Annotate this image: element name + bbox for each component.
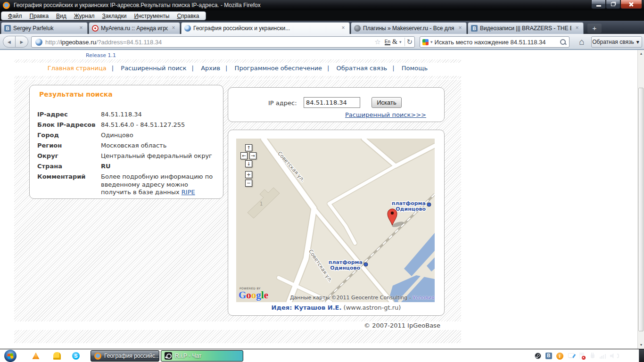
tab-close-icon[interactable] (457, 25, 463, 32)
taskbar: S География российс... R.i.P - Чат RU В … (0, 349, 644, 362)
menu-bar: Файл Правка Вид Журнал Закладки Инструме… (0, 10, 644, 21)
restore-icon (611, 2, 615, 6)
hatch-band (14, 330, 461, 343)
menu-view[interactable]: Вид (52, 13, 70, 19)
idea-credit: Идея: Куташов И.Е. (www.astron-gt.ru) (228, 304, 444, 311)
magnifier-icon[interactable] (560, 39, 567, 46)
tab-vk-profile[interactable]: В Sergey Parfeluk (1, 22, 88, 34)
nav-software-link[interactable]: Программное обеспечение (235, 65, 335, 72)
steam-tray-icon[interactable] (535, 353, 541, 359)
rip-icon[interactable] (53, 352, 61, 360)
taskbar-firefox-button[interactable]: География российс... (91, 350, 159, 362)
signal-bars-icon[interactable] (600, 353, 606, 359)
new-tab-button[interactable] (587, 24, 602, 33)
scroll-up-icon[interactable] (638, 50, 644, 58)
menu-help[interactable]: Справка (173, 13, 203, 19)
terms-link[interactable]: Условия испо. (413, 295, 435, 301)
skype-icon[interactable]: S (72, 352, 80, 360)
hatch-band (14, 76, 461, 79)
language-indicator[interactable]: RU (522, 353, 530, 359)
taskbar-steam-chat-button[interactable]: R.i.P - Чат (161, 350, 243, 362)
forward-button[interactable] (16, 36, 28, 48)
reload-icon[interactable] (406, 38, 413, 46)
info-tray-icon[interactable]: i (556, 353, 563, 360)
makeserver-icon (354, 25, 361, 32)
station-dot (427, 203, 431, 206)
search-button[interactable]: Искать (372, 97, 402, 108)
map-zoom-in-button[interactable] (245, 171, 252, 178)
nav-archive-link[interactable]: Архив (201, 65, 232, 72)
advanced-search-link[interactable]: Расширенный поиск>>> (345, 111, 426, 118)
keyboard-layout-badge[interactable]: En (385, 39, 390, 45)
url-text: http://ipgeobase.ru/?address=84.51.118.3… (45, 39, 374, 46)
minimize-button[interactable] (591, 0, 606, 9)
menu-file[interactable]: Файл (4, 13, 26, 19)
search-results-panel: Результаты поиска IP-адрес 84.51.118.34 … (29, 85, 223, 199)
url-bar[interactable]: http://ipgeobase.ru/?address=84.51.118.3… (31, 36, 415, 48)
clock[interactable]: 23:31 (623, 353, 637, 359)
restore-button[interactable] (606, 0, 620, 9)
window-titlebar: География российских и украинских IP-адр… (0, 0, 644, 10)
network-tray-icon[interactable] (568, 353, 575, 359)
close-button[interactable] (620, 0, 642, 9)
menu-history[interactable]: Журнал (70, 13, 99, 19)
power-plug-icon[interactable] (590, 353, 595, 360)
feedback-toolbar-button[interactable]: Обратная связь (591, 36, 642, 48)
page-content: Release 1.1 Главная страница Расширенный… (0, 50, 637, 349)
scrollbar-thumb[interactable] (638, 88, 644, 331)
ip-search-panel: IP адрес: Искать Расширенный поиск>>> (228, 87, 445, 122)
google-map[interactable]: 1 Советская ул. Советская ул. платформа … (236, 139, 435, 302)
nav-home-link[interactable]: Главная страница (48, 65, 119, 72)
tab-close-icon[interactable] (340, 25, 347, 32)
search-engine-chevron-icon[interactable] (430, 40, 433, 44)
alert-badge (582, 356, 586, 360)
back-button[interactable] (3, 36, 16, 48)
scroll-down-icon[interactable] (638, 341, 644, 349)
start-button[interactable] (4, 350, 17, 362)
action-center-flag-icon[interactable] (579, 353, 586, 360)
search-box[interactable] (420, 36, 570, 48)
bookmark-star-icon[interactable] (374, 38, 380, 46)
ripe-link[interactable]: RIPE (182, 189, 195, 196)
system-tray: RU В i 23:31 (522, 349, 637, 362)
window-title: География российских и украинских IP-адр… (14, 2, 261, 8)
avast-icon[interactable] (32, 352, 40, 360)
vk-tray-icon[interactable]: В (545, 353, 552, 359)
map-pan-left-button[interactable] (240, 152, 248, 159)
navigation-toolbar: http://ipgeobase.ru/?address=84.51.118.3… (0, 34, 644, 50)
nav-feedback-link[interactable]: Обратная связь (337, 65, 400, 72)
menu-edit[interactable]: Правка (26, 13, 53, 19)
map-pan-up-button[interactable] (245, 144, 252, 151)
tab-close-icon[interactable] (78, 25, 84, 32)
tab-ipgeobase-active[interactable]: География российских и украински... (181, 22, 350, 34)
tab-close-icon[interactable] (170, 25, 177, 32)
map-zoom-out-button[interactable] (245, 180, 252, 187)
tab-makeserver[interactable]: Плагины » Makeserver.ru - Все для В... (351, 22, 467, 34)
volume-icon[interactable] (610, 353, 616, 359)
minimize-icon (596, 5, 601, 7)
map-pan-right-button[interactable] (249, 152, 256, 159)
chevron-down-icon[interactable] (399, 40, 402, 44)
tab-close-icon[interactable] (574, 25, 580, 32)
tab-myarena[interactable]: MyArena.ru :: Аренда игровых серве... (89, 22, 180, 34)
home-button[interactable] (575, 36, 588, 48)
punto-switcher-icon[interactable]: & (392, 38, 397, 46)
windows-logo-icon (7, 353, 13, 359)
hatch-band (14, 59, 461, 63)
vertical-scrollbar[interactable] (637, 50, 644, 349)
nav-advanced-search-link[interactable]: Расширенный поиск (121, 65, 199, 72)
show-desktop-button[interactable] (639, 349, 644, 362)
menu-bookmarks[interactable]: Закладки (99, 13, 131, 19)
search-input[interactable] (435, 39, 560, 46)
google-logo[interactable]: Google (239, 289, 268, 301)
site-navigation: Главная страница Расширенный поиск Архив… (14, 63, 461, 73)
map-pan-down-button[interactable] (245, 160, 252, 167)
google-search-icon (422, 39, 429, 45)
site-favicon (35, 39, 42, 46)
nav-help-link[interactable]: Помощь (402, 65, 428, 72)
menu-tools[interactable]: Инструменты (131, 13, 173, 19)
tab-vk-videos[interactable]: В Видеозаписи ||| BRAZZERS - THE BES... (468, 22, 584, 34)
globe-icon (184, 25, 191, 32)
steam-icon (165, 352, 172, 360)
ip-address-input[interactable] (304, 97, 360, 108)
